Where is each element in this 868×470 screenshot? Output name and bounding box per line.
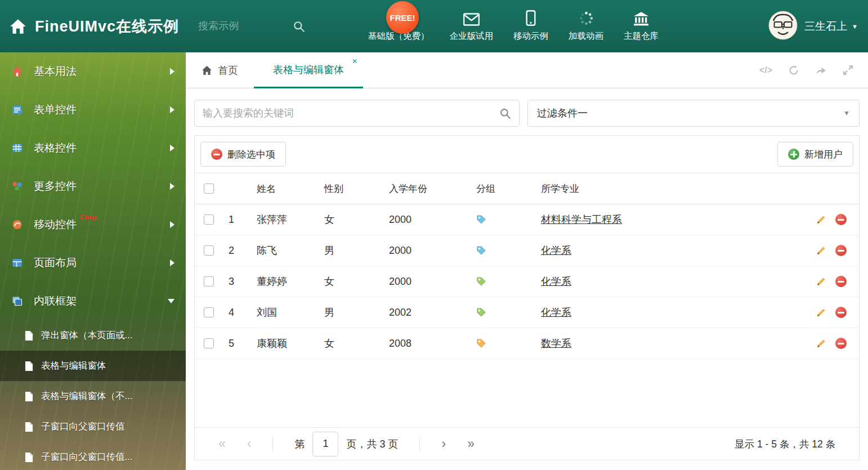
sidebar-item-mobile-controls[interactable]: 移动控件 Corp.: [0, 205, 186, 244]
major-link[interactable]: 化学系: [541, 244, 571, 257]
delete-row-icon[interactable]: [835, 338, 847, 349]
edit-icon[interactable]: [816, 276, 826, 287]
sidebar-subitem-grid-edit-window[interactable]: 表格与编辑窗体: [0, 351, 186, 381]
table-row[interactable]: 2 陈飞 男 2000 化学系: [195, 235, 859, 266]
major-link[interactable]: 数学系: [541, 337, 571, 350]
select-all-checkbox[interactable]: [204, 183, 214, 194]
nav-mobile-demo[interactable]: 移动示例: [513, 10, 548, 42]
avatar: [768, 11, 798, 42]
row-name: 张萍萍: [257, 213, 324, 226]
next-page-button[interactable]: ›: [441, 437, 446, 450]
spinner-icon: [579, 10, 594, 26]
delete-row-icon[interactable]: [835, 276, 847, 287]
edit-icon[interactable]: [816, 245, 826, 256]
nav-theme-repo[interactable]: 主题仓库: [624, 10, 659, 42]
refresh-icon[interactable]: [788, 65, 799, 76]
row-checkbox[interactable]: [204, 276, 214, 287]
table-row[interactable]: 4 刘国 男 2002 化学系: [195, 297, 859, 328]
chevron-down-icon: ▼: [843, 109, 850, 117]
file-icon: [25, 452, 33, 463]
delete-row-icon[interactable]: [835, 214, 847, 225]
prev-page-button[interactable]: ‹: [247, 437, 252, 450]
sidebar-item-basic-usage[interactable]: 基本用法: [0, 52, 186, 91]
content-area: 过滤条件一 ▼ 删除选中项 新增用户: [186, 88, 868, 470]
sidebar-item-form-controls[interactable]: 表单控件: [0, 91, 186, 129]
share-icon[interactable]: [815, 65, 827, 75]
sidebar-subitem-child-to-parent-2[interactable]: 子窗口向父窗口传值...: [0, 442, 186, 470]
delete-row-icon[interactable]: [835, 245, 847, 256]
nav-loading-animation[interactable]: 加载动画: [569, 10, 603, 42]
tag-icon: [476, 276, 486, 287]
row-year: 2000: [389, 245, 476, 257]
top-header: FineUIMvc在线示例 FREE! 基础版（免费） 企业版试用: [0, 0, 868, 52]
close-icon[interactable]: ✕: [352, 57, 357, 65]
sidebar-subitem-grid-edit-window-2[interactable]: 表格与编辑窗体（不...: [0, 381, 186, 411]
add-user-button[interactable]: 新增用户: [777, 142, 853, 167]
mobile-icon: [526, 10, 536, 26]
app-root: FineUIMvc在线示例 FREE! 基础版（免费） 企业版试用: [0, 0, 868, 470]
delete-selected-button[interactable]: 删除选中项: [200, 142, 286, 167]
major-link[interactable]: 材料科学与工程系: [541, 213, 622, 226]
column-header-group[interactable]: 分组: [476, 182, 541, 195]
expand-icon[interactable]: [843, 65, 853, 75]
plus-circle-icon: [788, 149, 799, 160]
row-checkbox[interactable]: [204, 214, 214, 225]
nav-label: 移动示例: [513, 30, 548, 42]
top-search-input[interactable]: [198, 20, 288, 32]
last-page-button[interactable]: »: [467, 437, 475, 450]
row-year: 2000: [389, 276, 476, 288]
chevron-down-icon: [168, 299, 175, 303]
row-checkbox[interactable]: [204, 245, 214, 256]
row-checkbox[interactable]: [204, 338, 214, 348]
column-header-name[interactable]: 姓名: [257, 182, 324, 195]
row-gender: 男: [324, 306, 389, 319]
keyword-search-input[interactable]: [203, 108, 499, 119]
minus-circle-icon: [211, 149, 222, 160]
sidebar-subitem-child-to-parent[interactable]: 子窗口向父窗口传值: [0, 411, 186, 442]
tab-grid-edit-window[interactable]: 表格与编辑窗体 ✕: [254, 52, 363, 88]
page-number-input[interactable]: [312, 432, 338, 456]
sidebar-item-label: 内联框架: [34, 294, 77, 308]
tab-bar: 首页 表格与编辑窗体 ✕ </>: [186, 52, 868, 88]
delete-row-icon[interactable]: [835, 307, 847, 318]
search-icon[interactable]: [293, 20, 305, 33]
row-gender: 男: [324, 244, 389, 257]
filter-dropdown[interactable]: 过滤条件一 ▼: [527, 100, 860, 127]
major-link[interactable]: 化学系: [541, 275, 571, 288]
edit-icon[interactable]: [816, 214, 826, 225]
sidebar-item-page-layout[interactable]: 页面布局: [0, 244, 186, 282]
sidebar-item-inline-frame[interactable]: 内联框架: [0, 282, 186, 320]
home-icon[interactable]: [9, 19, 27, 34]
column-header-year[interactable]: 入学年份: [389, 182, 476, 195]
free-badge: FREE!: [386, 1, 419, 34]
mobile-swirl-icon: [11, 218, 25, 231]
edit-icon[interactable]: [816, 338, 826, 348]
tag-icon: [476, 214, 486, 225]
nav-enterprise-trial[interactable]: 企业版试用: [450, 10, 494, 42]
chevron-right-icon: [170, 221, 175, 228]
table-row[interactable]: 5 康颖颖 女 2008 数学系: [195, 328, 859, 359]
user-menu[interactable]: 三生石上 ▼: [768, 11, 858, 42]
row-checkbox[interactable]: [204, 307, 214, 317]
column-header-gender[interactable]: 性别: [324, 182, 389, 195]
sidebar-subitem-popup-window[interactable]: 弹出窗体（本页面或...: [0, 320, 186, 351]
sidebar-item-more-controls[interactable]: 更多控件 Corp.: [0, 167, 186, 205]
code-icon[interactable]: </>: [759, 65, 772, 75]
bank-icon: [633, 10, 649, 26]
sidebar-item-grid-controls[interactable]: 表格控件: [0, 129, 186, 167]
major-link[interactable]: 化学系: [541, 306, 571, 319]
column-header-major[interactable]: 所学专业: [541, 182, 797, 195]
edit-icon[interactable]: [816, 307, 826, 317]
tab-home[interactable]: 首页: [186, 52, 254, 88]
user-name: 三生石上: [804, 19, 847, 34]
table-row[interactable]: 1 张萍萍 女 2000 材料科学与工程系: [195, 204, 859, 235]
table-row[interactable]: 3 董婷婷 女 2000 化学系: [195, 266, 859, 297]
grid-panel: 删除选中项 新增用户 姓名 性别 入学年份 分组 所学专业: [194, 135, 860, 460]
frame-icon: [11, 295, 25, 307]
chevron-right-icon: [170, 106, 175, 113]
cubes-icon: [11, 180, 25, 193]
first-page-button[interactable]: «: [218, 437, 226, 450]
search-icon[interactable]: [499, 108, 511, 119]
main-panel: 首页 表格与编辑窗体 ✕ </>: [186, 52, 868, 470]
sidebar-item-label: 表格控件: [34, 141, 77, 155]
